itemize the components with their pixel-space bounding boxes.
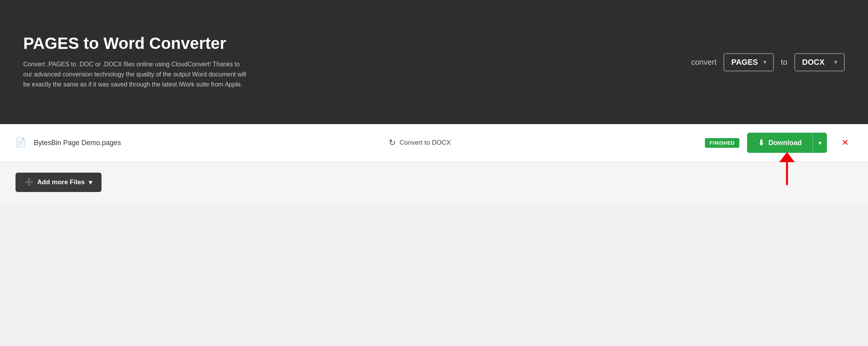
converter-controls: convert PAGES ▾ to DOCX ▾ xyxy=(691,53,845,71)
page-title: PAGES to Word Converter xyxy=(23,34,248,53)
from-format-value: PAGES xyxy=(731,58,758,67)
download-label: Download xyxy=(768,139,802,147)
add-files-chevron-icon: ▾ xyxy=(89,178,92,187)
status-badge: FINISHED xyxy=(705,138,739,148)
convert-label: convert xyxy=(691,58,717,67)
to-label: to xyxy=(781,58,787,67)
download-chevron-icon: ▾ xyxy=(818,140,822,146)
download-icon: ⬇ xyxy=(758,138,765,147)
from-format-chevron-icon: ▾ xyxy=(763,59,766,65)
to-format-select[interactable]: DOCX ▾ xyxy=(794,53,845,71)
convert-to-label: Convert to DOCX xyxy=(400,139,451,147)
convert-action-block: ↻ Convert to DOCX xyxy=(142,138,697,148)
hero-description: Convert .PAGES to .DOC or .DOCX files on… xyxy=(23,59,248,90)
hero-section: PAGES to Word Converter Convert .PAGES t… xyxy=(0,0,868,124)
refresh-icon: ↻ xyxy=(389,138,396,148)
to-format-value: DOCX xyxy=(802,58,825,67)
main-content: 📄 BytesBin Page Demo.pages ↻ Convert to … xyxy=(0,124,868,203)
add-files-icon: ➕ xyxy=(25,178,33,187)
file-name: BytesBin Page Demo.pages xyxy=(34,139,134,147)
close-button[interactable]: ✕ xyxy=(838,135,852,150)
from-format-select[interactable]: PAGES ▾ xyxy=(723,53,774,71)
add-files-label: Add more Files xyxy=(37,178,85,186)
file-row: 📄 BytesBin Page Demo.pages ↻ Convert to … xyxy=(0,124,868,162)
hero-text-block: PAGES to Word Converter Convert .PAGES t… xyxy=(23,34,248,90)
file-icon: 📄 xyxy=(16,138,26,148)
download-dropdown-button[interactable]: ▾ xyxy=(813,133,827,153)
svg-marker-1 xyxy=(779,152,795,162)
add-files-button[interactable]: ➕ Add more Files ▾ xyxy=(16,173,102,192)
add-files-row: ➕ Add more Files ▾ xyxy=(0,162,868,203)
download-button[interactable]: ⬇ Download xyxy=(747,133,813,153)
download-section: ⬇ Download ▾ xyxy=(747,133,827,153)
to-format-chevron-icon: ▾ xyxy=(834,59,837,65)
